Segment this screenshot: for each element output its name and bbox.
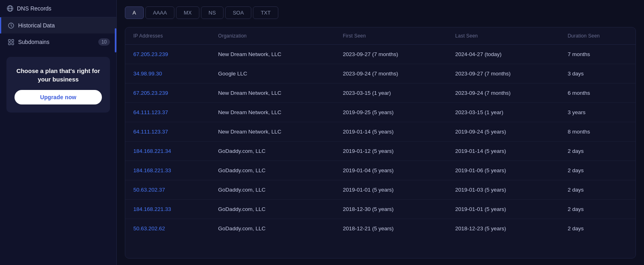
duration-seen-cell: 2 days (559, 219, 636, 238)
last-seen-cell: 2023-03-15 (1 year) (447, 103, 559, 122)
ip-link[interactable]: 67.205.23.239 (133, 90, 168, 96)
first-seen-cell: 2023-09-24 (7 months) (335, 64, 447, 83)
first-seen-cell: 2019-09-25 (5 years) (335, 103, 447, 122)
table-row: 50.63.202.37GoDaddy.com, LLC2019-01-01 (… (125, 180, 636, 200)
ip-address-cell[interactable]: 184.168.221.34 (125, 142, 210, 161)
tab-soa[interactable]: SOA (225, 6, 251, 19)
tab-txt[interactable]: TXT (253, 6, 278, 19)
table-row: 34.98.99.30Google LLC2023-09-24 (7 month… (125, 64, 636, 83)
ip-link[interactable]: 64.111.123.37 (133, 129, 168, 135)
first-seen-cell: 2018-12-21 (5 years) (335, 219, 447, 238)
col-header-duration-seen: Duration Seen (559, 27, 636, 45)
last-seen-cell: 2018-12-23 (5 years) (447, 219, 559, 238)
sidebar-item-subdomains-label: Subdomains (18, 39, 50, 45)
duration-seen-cell: 7 months (559, 45, 636, 64)
sidebar-title: DNS Records (17, 5, 52, 12)
ip-address-cell[interactable]: 184.168.221.33 (125, 200, 210, 219)
ip-address-cell[interactable]: 67.205.23.239 (125, 45, 210, 64)
ip-link[interactable]: 184.168.221.33 (133, 206, 171, 212)
sidebar-item-historical-data[interactable]: Historical Data (0, 17, 116, 33)
organization-cell: Google LLC (210, 64, 335, 83)
subdomains-badge: 10 (98, 38, 110, 46)
upgrade-card-text: Choose a plan that's right for your busi… (14, 67, 102, 83)
ip-address-cell[interactable]: 50.63.202.37 (125, 180, 210, 200)
ip-link[interactable]: 64.111.123.37 (133, 109, 168, 115)
last-seen-cell: 2019-01-06 (5 years) (447, 161, 559, 180)
first-seen-cell: 2018-12-30 (5 years) (335, 200, 447, 219)
duration-seen-cell: 3 years (559, 103, 636, 122)
ip-link[interactable]: 34.98.99.30 (133, 71, 162, 77)
sidebar: DNS Records Historical Data Subdomains (0, 0, 117, 265)
tab-a[interactable]: A (125, 6, 144, 19)
sidebar-scrollbar[interactable] (115, 28, 116, 52)
col-header-last-seen: Last Seen (447, 27, 559, 45)
ip-link[interactable]: 67.205.23.239 (133, 51, 168, 57)
ip-address-cell[interactable]: 184.168.221.33 (125, 161, 210, 180)
organization-cell: GoDaddy.com, LLC (210, 142, 335, 161)
table-row: 184.168.221.34GoDaddy.com, LLC2019-01-12… (125, 142, 636, 161)
tab-mx[interactable]: MX (176, 6, 199, 19)
upgrade-card: Choose a plan that's right for your busi… (6, 57, 110, 113)
duration-seen-cell: 6 months (559, 83, 636, 103)
ip-link[interactable]: 50.63.202.37 (133, 187, 165, 193)
duration-seen-cell: 2 days (559, 161, 636, 180)
duration-seen-cell: 3 days (559, 64, 636, 83)
first-seen-cell: 2019-01-04 (5 years) (335, 161, 447, 180)
duration-seen-cell: 8 months (559, 122, 636, 142)
first-seen-cell: 2019-01-12 (5 years) (335, 142, 447, 161)
first-seen-cell: 2019-01-01 (5 years) (335, 180, 447, 200)
table-row: 64.111.123.37New Dream Network, LLC2019-… (125, 103, 636, 122)
ip-address-cell[interactable]: 34.98.99.30 (125, 64, 210, 83)
last-seen-cell: 2019-01-01 (5 years) (447, 200, 559, 219)
ip-address-cell[interactable]: 64.111.123.37 (125, 103, 210, 122)
svg-rect-5 (12, 40, 14, 42)
ip-address-cell[interactable]: 67.205.23.239 (125, 83, 210, 103)
organization-cell: New Dream Network, LLC (210, 45, 335, 64)
duration-seen-cell: 2 days (559, 142, 636, 161)
first-seen-cell: 2019-01-14 (5 years) (335, 122, 447, 142)
organization-cell: New Dream Network, LLC (210, 122, 335, 142)
col-header-ip-addresses: IP Addresses (125, 27, 210, 45)
svg-rect-7 (12, 43, 14, 45)
last-seen-cell: 2024-04-27 (today) (447, 45, 559, 64)
organization-cell: GoDaddy.com, LLC (210, 219, 335, 238)
col-header-organization: Organization (210, 27, 335, 45)
table-row: 184.168.221.33GoDaddy.com, LLC2019-01-04… (125, 161, 636, 180)
tab-aaaa[interactable]: AAAA (145, 6, 175, 19)
ip-link[interactable]: 50.63.202.62 (133, 225, 165, 232)
first-seen-cell: 2023-09-27 (7 months) (335, 45, 447, 64)
table-row: 184.168.221.33GoDaddy.com, LLC2018-12-30… (125, 200, 636, 219)
organization-cell: New Dream Network, LLC (210, 103, 335, 122)
grid-icon (8, 39, 14, 45)
ip-link[interactable]: 184.168.221.33 (133, 167, 171, 173)
table-row: 64.111.123.37New Dream Network, LLC2019-… (125, 122, 636, 142)
sidebar-item-historical-data-label: Historical Data (18, 22, 55, 29)
historical-data-table-wrapper[interactable]: IP AddressesOrganizationFirst SeenLast S… (125, 27, 636, 259)
sidebar-header: DNS Records (0, 0, 116, 17)
main-content: AAAAAMXNSSOATXT IP AddressesOrganization… (117, 0, 644, 265)
ip-address-cell[interactable]: 64.111.123.37 (125, 122, 210, 142)
organization-cell: GoDaddy.com, LLC (210, 161, 335, 180)
col-header-first-seen: First Seen (335, 27, 447, 45)
upgrade-now-button[interactable]: Upgrade now (14, 90, 102, 104)
duration-seen-cell: 2 days (559, 200, 636, 219)
historical-data-table: IP AddressesOrganizationFirst SeenLast S… (125, 27, 636, 238)
table-row: 50.63.202.62GoDaddy.com, LLC2018-12-21 (… (125, 219, 636, 238)
table-row: 67.205.23.239New Dream Network, LLC2023-… (125, 45, 636, 64)
last-seen-cell: 2023-09-27 (7 months) (447, 64, 559, 83)
last-seen-cell: 2023-09-24 (7 months) (447, 83, 559, 103)
duration-seen-cell: 2 days (559, 180, 636, 200)
ip-address-cell[interactable]: 50.63.202.62 (125, 219, 210, 238)
organization-cell: GoDaddy.com, LLC (210, 180, 335, 200)
last-seen-cell: 2019-01-14 (5 years) (447, 142, 559, 161)
ip-link[interactable]: 184.168.221.34 (133, 148, 171, 154)
table-row: 67.205.23.239New Dream Network, LLC2023-… (125, 83, 636, 103)
sidebar-item-subdomains[interactable]: Subdomains 10 (0, 33, 116, 50)
svg-rect-4 (8, 40, 10, 42)
organization-cell: New Dream Network, LLC (210, 83, 335, 103)
tab-ns[interactable]: NS (201, 6, 224, 19)
table-header: IP AddressesOrganizationFirst SeenLast S… (125, 27, 636, 45)
last-seen-cell: 2019-09-24 (5 years) (447, 122, 559, 142)
last-seen-cell: 2019-01-03 (5 years) (447, 180, 559, 200)
svg-rect-6 (8, 43, 10, 45)
